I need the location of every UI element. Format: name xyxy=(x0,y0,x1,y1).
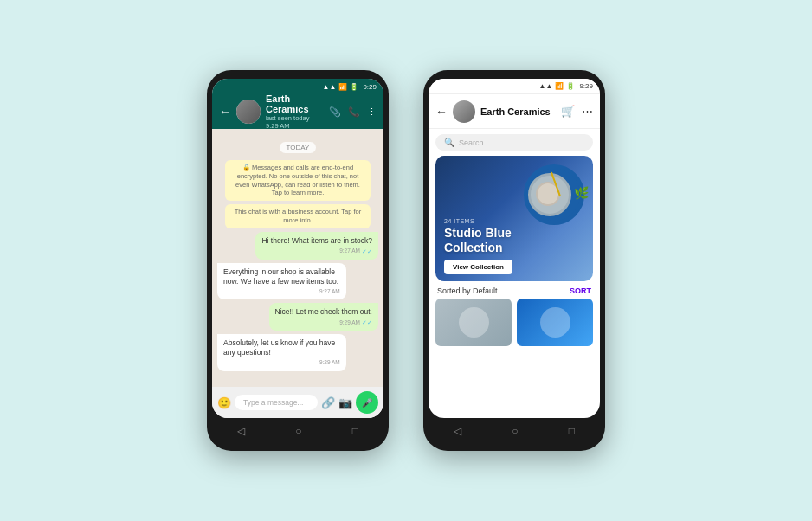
search-icon: 🔍 xyxy=(444,138,454,147)
message-check-2-icon: ✓✓ xyxy=(362,318,372,326)
shop-search-bar[interactable]: 🔍 Search xyxy=(435,134,593,151)
wifi-icon: 📶 xyxy=(338,83,347,91)
phone-nav-bar-right: ◁ ○ □ xyxy=(429,418,600,442)
hero-text-block: 24 ITEMS Studio Blue Collection xyxy=(444,218,512,255)
message-input-placeholder: Type a message... xyxy=(243,398,303,407)
message-sent-2: Nice!! Let me check them out. 9:29 AM ✓✓ xyxy=(269,303,378,331)
shop-signal-icon: ▲▲ xyxy=(539,82,553,90)
battery-icon: 🔋 xyxy=(350,83,358,91)
product-thumb-circle-2 xyxy=(540,307,570,338)
date-badge: TODAY xyxy=(280,142,317,153)
shop-time: 9:29 xyxy=(579,82,593,90)
view-collection-button[interactable]: View Collection xyxy=(444,260,512,274)
message-sent-2-text: Nice!! Let me check them out. xyxy=(275,307,372,316)
nav-recents-button[interactable]: □ xyxy=(352,425,358,437)
message-received-2-text: Absolutely, let us know if you have any … xyxy=(223,338,335,357)
nav-home-button[interactable]: ○ xyxy=(295,425,301,437)
phone-shop: ▲▲ 📶 🔋 9:29 ← Earth Ceramics 🛒 ⋯ 🔍 xyxy=(423,70,605,451)
shop-business-name: Earth Ceramics xyxy=(480,106,556,117)
sort-button[interactable]: SORT xyxy=(570,286,591,295)
message-received-2-time: 9:29 AM xyxy=(319,359,340,366)
message-received-2: Absolutely, let us know if you have any … xyxy=(217,334,346,371)
shop-status-icons: ▲▲ 📶 🔋 9:29 xyxy=(539,82,593,90)
chat-avatar xyxy=(236,100,261,124)
camera-icon[interactable]: 📷 xyxy=(338,396,352,409)
shop-status-bar: ▲▲ 📶 🔋 9:29 xyxy=(429,79,600,94)
hero-background: 🌿 24 ITEMS Studio Blue Collection View C… xyxy=(435,156,593,281)
chat-contact-name: Earth Ceramics xyxy=(266,93,324,114)
status-bar-right: ▲▲ 📶 🔋 9:29 xyxy=(323,83,377,91)
chat-input-bar: 🙂 Type a message... 🔗 📷 🎤 xyxy=(212,387,383,418)
phone-chat: ▲▲ 📶 🔋 9:29 ← Earth Ceramics last seen t… xyxy=(207,70,389,451)
chat-header-actions: 📎 📞 ⋮ xyxy=(329,106,377,118)
message-input[interactable]: Type a message... xyxy=(235,395,318,410)
sort-label: Sorted by Default xyxy=(437,286,498,295)
shop-battery-icon: 🔋 xyxy=(566,82,575,90)
shop-header-actions: 🛒 ⋯ xyxy=(561,105,593,118)
message-sent-1-text: Hi there! What items are in stock? xyxy=(261,236,372,245)
hero-title-line2: Collection xyxy=(444,241,503,254)
shop-wifi-icon: 📶 xyxy=(555,82,564,90)
more-options-icon[interactable]: ⋮ xyxy=(367,106,377,118)
sort-bar: Sorted by Default SORT xyxy=(429,281,600,299)
hero-title: Studio Blue Collection xyxy=(444,226,512,255)
avatar-image xyxy=(236,100,261,124)
cart-icon[interactable]: 🛒 xyxy=(561,105,575,118)
hero-title-line1: Studio Blue xyxy=(444,226,512,240)
shop-nav-recents-button[interactable]: □ xyxy=(569,425,575,437)
search-input[interactable]: Search xyxy=(459,138,484,147)
chat-header-info: Earth Ceramics last seen today 9:29 AM xyxy=(266,93,324,130)
shop-nav-back-button[interactable]: ◁ xyxy=(454,425,461,437)
message-check-icon: ✓✓ xyxy=(362,248,372,255)
message-received-1-text: Everything in our shop is available now.… xyxy=(223,267,338,286)
signal-icon: ▲▲ xyxy=(323,83,337,91)
message-received-1-time: 9:27 AM xyxy=(319,288,340,295)
paperclip-icon[interactable]: 🔗 xyxy=(321,396,335,409)
call-icon[interactable]: 📞 xyxy=(348,106,360,118)
product-thumbnail-2[interactable] xyxy=(517,299,593,346)
hero-item-count: 24 ITEMS xyxy=(444,218,512,224)
chat-header: ← Earth Ceramics last seen today 9:29 AM… xyxy=(212,94,383,129)
shop-screen: ▲▲ 📶 🔋 9:29 ← Earth Ceramics 🛒 ⋯ 🔍 xyxy=(429,79,600,418)
date-divider: TODAY xyxy=(217,138,378,153)
mic-button[interactable]: 🎤 xyxy=(356,391,378,414)
shop-header: ← Earth Ceramics 🛒 ⋯ xyxy=(429,94,600,129)
mic-icon: 🎤 xyxy=(362,398,372,408)
status-time: 9:29 xyxy=(363,83,377,91)
product-thumb-circle-1 xyxy=(459,307,489,338)
attach-icon[interactable]: 📎 xyxy=(329,106,341,118)
encryption-notice: 🔒 Messages and calls are end-to-end encr… xyxy=(225,160,370,201)
nav-back-button[interactable]: ◁ xyxy=(237,425,245,437)
chat-back-button[interactable]: ← xyxy=(219,105,231,119)
shop-avatar xyxy=(453,100,475,123)
chat-status-bar: ▲▲ 📶 🔋 9:29 xyxy=(212,79,383,94)
shop-nav-home-button[interactable]: ○ xyxy=(512,425,518,437)
emoji-icon[interactable]: 🙂 xyxy=(217,396,231,409)
phones-container: ▲▲ 📶 🔋 9:29 ← Earth Ceramics last seen t… xyxy=(207,70,605,451)
business-notice: This chat is with a business account. Ta… xyxy=(225,204,370,228)
shop-hero-banner: 🌿 24 ITEMS Studio Blue Collection View C… xyxy=(435,156,593,281)
shop-more-icon[interactable]: ⋯ xyxy=(582,105,593,118)
product-thumbnail-1[interactable] xyxy=(435,299,512,346)
shop-back-button[interactable]: ← xyxy=(435,105,448,119)
plant-decoration: 🌿 xyxy=(574,186,589,200)
message-sent-1-time: 9:27 AM xyxy=(339,248,360,254)
chat-messages: TODAY 🔒 Messages and calls are end-to-en… xyxy=(212,129,383,387)
chat-screen: ▲▲ 📶 🔋 9:29 ← Earth Ceramics last seen t… xyxy=(212,79,383,418)
phone-nav-bar-left: ◁ ○ □ xyxy=(212,418,383,442)
chat-last-seen: last seen today 9:29 AM xyxy=(266,114,324,130)
message-sent-2-time: 9:29 AM xyxy=(339,319,360,326)
message-sent-1: Hi there! What items are in stock? 9:27 … xyxy=(255,232,378,260)
product-grid xyxy=(429,299,600,351)
message-received-1: Everything in our shop is available now.… xyxy=(217,263,346,300)
